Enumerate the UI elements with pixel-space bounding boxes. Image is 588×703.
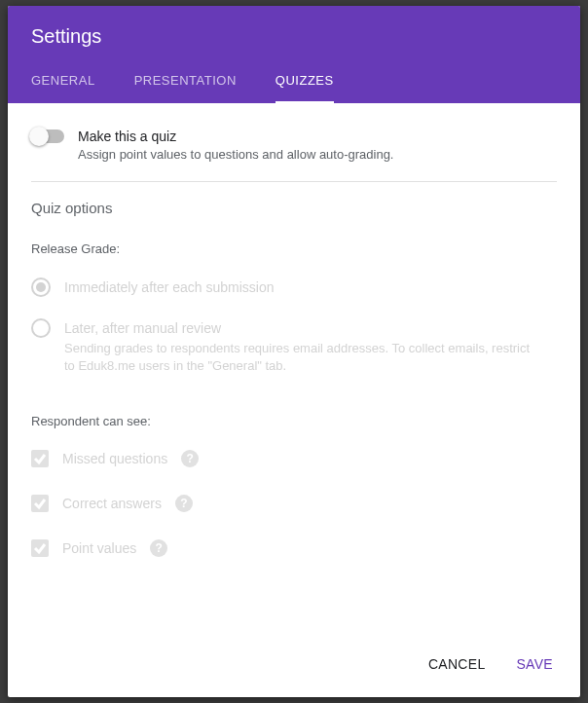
tab-presentation[interactable]: PRESENTATION <box>134 73 237 103</box>
dialog-header: Settings GENERAL PRESENTATION QUIZZES <box>8 6 580 103</box>
save-button[interactable]: SAVE <box>512 650 557 678</box>
point-values-row[interactable]: Point values ? <box>31 539 557 557</box>
checkbox-icon <box>31 495 49 512</box>
checkbox-icon <box>31 539 49 557</box>
correct-answers-row[interactable]: Correct answers ? <box>31 495 557 512</box>
dialog-footer: CANCEL SAVE <box>8 635 580 697</box>
make-quiz-row: Make this a quiz Assign point values to … <box>31 127 557 182</box>
point-values-label: Point values <box>62 540 136 556</box>
release-later-row[interactable]: Later, after manual review Sending grade… <box>31 318 557 375</box>
tabs: GENERAL PRESENTATION QUIZZES <box>31 73 557 103</box>
radio-icon <box>31 318 51 338</box>
help-icon[interactable]: ? <box>175 495 193 512</box>
release-grade-label: Release Grade: <box>31 241 557 256</box>
release-immediate-row[interactable]: Immediately after each submission <box>31 278 557 297</box>
missed-questions-row[interactable]: Missed questions ? <box>31 450 557 467</box>
make-quiz-sub: Assign point values to questions and all… <box>78 146 394 164</box>
make-quiz-label: Make this a quiz <box>78 127 394 146</box>
tab-general[interactable]: GENERAL <box>31 73 95 103</box>
help-icon[interactable]: ? <box>181 450 199 467</box>
missed-questions-label: Missed questions <box>62 451 167 466</box>
release-later-sub: Sending grades to respondents requires e… <box>64 340 532 375</box>
settings-dialog: Settings GENERAL PRESENTATION QUIZZES Ma… <box>8 6 580 697</box>
radio-icon <box>31 278 51 297</box>
help-icon[interactable]: ? <box>150 539 167 557</box>
dialog-title: Settings <box>31 25 557 48</box>
release-immediate-label: Immediately after each submission <box>64 278 275 297</box>
tab-quizzes[interactable]: QUIZZES <box>276 73 334 103</box>
respondent-label: Respondent can see: <box>31 414 557 428</box>
quiz-options-title: Quiz options <box>31 200 557 216</box>
correct-answers-label: Correct answers <box>62 496 162 511</box>
release-later-label: Later, after manual review <box>64 318 532 338</box>
make-quiz-toggle[interactable] <box>31 130 64 143</box>
make-quiz-text: Make this a quiz Assign point values to … <box>78 127 394 164</box>
dialog-content: Make this a quiz Assign point values to … <box>8 103 580 635</box>
checkbox-icon <box>31 450 49 467</box>
toggle-knob-icon <box>29 127 49 146</box>
cancel-button[interactable]: CANCEL <box>424 650 490 678</box>
